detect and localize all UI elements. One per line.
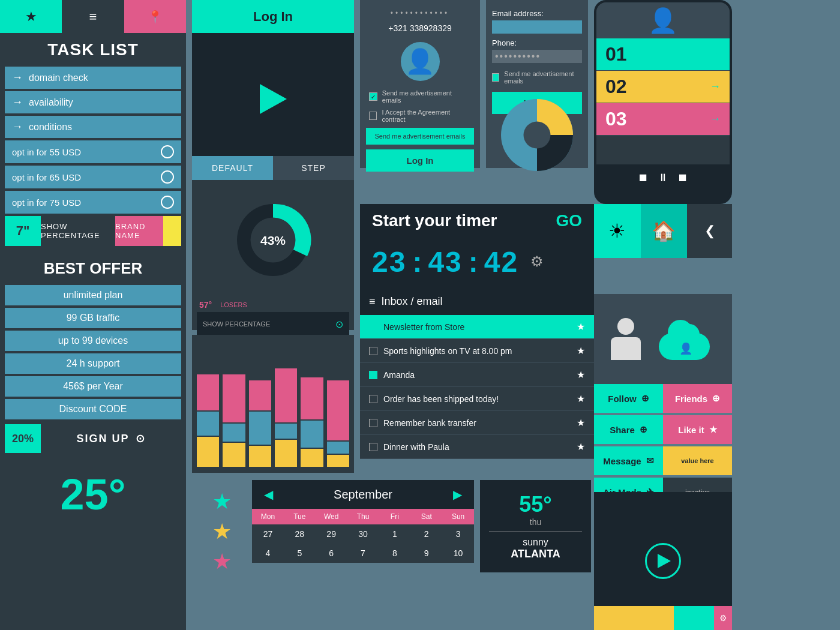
cal-day-10[interactable]: 10	[442, 544, 474, 563]
inbox-checkbox-1[interactable]	[369, 323, 377, 331]
signup-button[interactable]: SIGN UP ⊙	[41, 424, 181, 453]
house-button[interactable]: 🏠	[641, 204, 688, 258]
avatar: 👤	[401, 42, 440, 81]
settings-icon[interactable]: ⊙	[335, 319, 343, 330]
message-value-field[interactable]: value here	[663, 446, 732, 475]
inbox-checkbox-3[interactable]	[369, 371, 377, 379]
star-icon[interactable]: ★	[577, 369, 585, 380]
cal-day-3[interactable]: 3	[442, 524, 474, 544]
next-month-button[interactable]: ▶	[453, 487, 462, 502]
inbox-checkbox-4[interactable]	[369, 395, 377, 403]
accent-yellow	[594, 606, 674, 630]
friends-button[interactable]: Friends ⊕	[663, 384, 732, 413]
back-button[interactable]: ❮	[687, 204, 732, 258]
avatar-container: 👤	[360, 36, 480, 87]
video-block[interactable]	[192, 33, 354, 165]
timer-header-row: Start your timer GO	[360, 204, 594, 238]
inbox-checkbox-5[interactable]	[369, 419, 377, 427]
star-button[interactable]: ★	[0, 0, 62, 33]
star-icon[interactable]: ★	[577, 393, 585, 404]
login-button[interactable]: Log In	[366, 149, 474, 172]
inbox-item-order[interactable]: Order has been shipped today! ★	[360, 387, 594, 411]
accent-settings[interactable]: ⚙	[714, 606, 732, 630]
cal-day-9[interactable]: 9	[410, 544, 442, 563]
arrow-icon-1[interactable]: →	[710, 48, 721, 61]
cal-day-30[interactable]: 30	[347, 524, 379, 544]
radio-circle[interactable]	[161, 196, 174, 209]
follow-button[interactable]: Follow ⊕	[594, 384, 663, 413]
inbox-item-dinner[interactable]: Dinner with Paula ★	[360, 435, 594, 459]
inbox-item-bank[interactable]: Remember bank transfer ★	[360, 411, 594, 435]
sun-button[interactable]: ☀	[594, 204, 641, 258]
phone-row-01[interactable]: 01 →	[596, 38, 730, 71]
checkbox-row-1[interactable]: ✓ Send me advertisement emails	[360, 87, 480, 106]
radio-item-55[interactable]: opt in for 55 USD	[5, 140, 181, 163]
play-button[interactable]	[645, 543, 681, 579]
pause-icon[interactable]: ⏸	[658, 172, 668, 184]
gear-icon[interactable]: ⚙	[530, 253, 544, 270]
phone-input[interactable]: ••••••••••	[492, 50, 582, 63]
inbox-item-newsletter[interactable]: Newsletter from Store ★	[360, 315, 594, 339]
phone-controls: ⏹ ⏸ ⏹	[596, 164, 730, 191]
plus-icon: ⊕	[641, 393, 649, 404]
menu-button[interactable]: ≡	[62, 0, 124, 33]
cal-day-29[interactable]: 29	[316, 524, 347, 544]
star-icon[interactable]: ★	[577, 321, 585, 332]
cal-day-8[interactable]: 8	[379, 544, 410, 563]
timer-hours: 23	[372, 245, 406, 278]
radio-item-65[interactable]: opt in for 65 USD	[5, 166, 181, 188]
cal-day-4[interactable]: 4	[252, 544, 284, 563]
radio-item-75[interactable]: opt in for 75 USD	[5, 191, 181, 214]
go-button[interactable]: GO	[556, 211, 582, 230]
task-item-availability[interactable]: → availability	[5, 91, 181, 113]
cal-day-27[interactable]: 27	[252, 524, 284, 544]
cal-day-28[interactable]: 28	[284, 524, 316, 544]
play-button-icon[interactable]	[260, 84, 287, 114]
stop-icon[interactable]: ⏹	[638, 172, 649, 184]
star-icon[interactable]: ★	[577, 345, 585, 356]
svg-point-4	[524, 122, 551, 149]
phone-row-03[interactable]: 03 →	[596, 103, 730, 136]
inbox-item-sports[interactable]: Sports highlights on TV at 8.00 pm ★	[360, 339, 594, 363]
cal-day-5[interactable]: 5	[284, 544, 316, 563]
stepper-tab-default[interactable]: DEFAULT	[192, 156, 273, 180]
star-icon[interactable]: ★	[577, 417, 585, 428]
arrow-icon-3[interactable]: →	[710, 113, 721, 125]
message-button[interactable]: Message ✉	[594, 446, 663, 475]
email-input[interactable]	[492, 20, 582, 34]
like-button[interactable]: Like it ★	[663, 415, 732, 444]
record-icon[interactable]: ⏹	[677, 172, 688, 184]
pin-button[interactable]: 📍	[124, 0, 186, 33]
cal-day-1[interactable]: 1	[379, 524, 410, 544]
star-icon: ★	[25, 9, 37, 25]
checkbox-adv[interactable]: ✓	[369, 92, 377, 101]
radio-circle[interactable]	[161, 170, 174, 184]
checkbox-agreement[interactable]	[369, 112, 377, 120]
scene-buttons-row: ☀ 🏠 ❮	[594, 204, 732, 258]
cal-day-2[interactable]: 2	[410, 524, 442, 544]
advertisement-button[interactable]: Send me advertisement emails	[366, 128, 474, 145]
stepper-tab-step[interactable]: STEP	[273, 156, 354, 180]
show-percentage-row[interactable]: SHOW PERCENTAGE ⊙	[197, 312, 349, 336]
form-checkbox[interactable]	[492, 73, 499, 82]
day-thu: Thu	[347, 509, 379, 524]
inbox-checkbox-6[interactable]	[369, 443, 377, 451]
task-item-domain[interactable]: → domain check	[5, 67, 181, 89]
social-row-1: Follow ⊕ Friends ⊕	[594, 384, 732, 413]
prev-month-button[interactable]: ◀	[264, 487, 273, 502]
arrow-icon-2[interactable]: →	[710, 80, 721, 93]
phone-row-02[interactable]: 02 →	[596, 71, 730, 103]
checkbox-row-2[interactable]: I Accept the Agreement contract	[360, 106, 480, 125]
share-button[interactable]: Share ⊕	[594, 415, 663, 444]
settings-icon[interactable]: ⚙	[719, 613, 727, 623]
cal-day-7[interactable]: 7	[347, 544, 379, 563]
login-top-button[interactable]: Log In	[192, 0, 354, 33]
pie-chart-container: 43%	[192, 180, 354, 300]
task-item-conditions[interactable]: → conditions	[5, 116, 181, 138]
inbox-checkbox-2[interactable]	[369, 347, 377, 355]
inbox-item-amanda[interactable]: Amanda ★	[360, 363, 594, 387]
cal-day-6[interactable]: 6	[316, 544, 347, 563]
star-icon[interactable]: ★	[577, 441, 585, 452]
radio-circle[interactable]	[161, 145, 174, 158]
house-icon: 🏠	[652, 220, 676, 242]
